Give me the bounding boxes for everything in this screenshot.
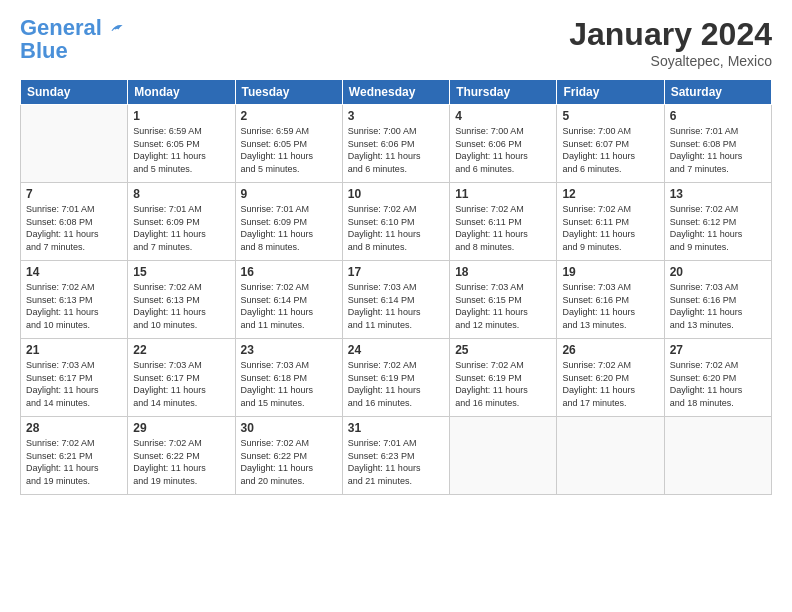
- day-number: 2: [241, 109, 337, 123]
- header-wednesday: Wednesday: [342, 80, 449, 105]
- day-number: 23: [241, 343, 337, 357]
- weekday-header-row: Sunday Monday Tuesday Wednesday Thursday…: [21, 80, 772, 105]
- day-info: Sunrise: 7:03 AM Sunset: 6:16 PM Dayligh…: [670, 281, 766, 331]
- day-info: Sunrise: 7:03 AM Sunset: 6:17 PM Dayligh…: [133, 359, 229, 409]
- day-number: 18: [455, 265, 551, 279]
- day-info: Sunrise: 7:00 AM Sunset: 6:06 PM Dayligh…: [348, 125, 444, 175]
- day-number: 1: [133, 109, 229, 123]
- day-info: Sunrise: 7:03 AM Sunset: 6:15 PM Dayligh…: [455, 281, 551, 331]
- day-info: Sunrise: 7:02 AM Sunset: 6:19 PM Dayligh…: [348, 359, 444, 409]
- day-info: Sunrise: 7:03 AM Sunset: 6:17 PM Dayligh…: [26, 359, 122, 409]
- logo: General Blue: [20, 16, 124, 62]
- day-number: 14: [26, 265, 122, 279]
- table-cell: 12Sunrise: 7:02 AM Sunset: 6:11 PM Dayli…: [557, 183, 664, 261]
- day-info: Sunrise: 7:01 AM Sunset: 6:09 PM Dayligh…: [241, 203, 337, 253]
- day-info: Sunrise: 7:00 AM Sunset: 6:07 PM Dayligh…: [562, 125, 658, 175]
- day-number: 3: [348, 109, 444, 123]
- table-cell: 1Sunrise: 6:59 AM Sunset: 6:05 PM Daylig…: [128, 105, 235, 183]
- table-cell: 31Sunrise: 7:01 AM Sunset: 6:23 PM Dayli…: [342, 417, 449, 495]
- day-number: 5: [562, 109, 658, 123]
- day-number: 25: [455, 343, 551, 357]
- day-number: 11: [455, 187, 551, 201]
- day-info: Sunrise: 7:02 AM Sunset: 6:14 PM Dayligh…: [241, 281, 337, 331]
- week-row-5: 28Sunrise: 7:02 AM Sunset: 6:21 PM Dayli…: [21, 417, 772, 495]
- day-number: 19: [562, 265, 658, 279]
- day-info: Sunrise: 7:02 AM Sunset: 6:11 PM Dayligh…: [562, 203, 658, 253]
- header-tuesday: Tuesday: [235, 80, 342, 105]
- day-number: 21: [26, 343, 122, 357]
- table-cell: 13Sunrise: 7:02 AM Sunset: 6:12 PM Dayli…: [664, 183, 771, 261]
- header-thursday: Thursday: [450, 80, 557, 105]
- header: General Blue January 2024 Soyaltepec, Me…: [20, 16, 772, 69]
- month-title: January 2024: [569, 16, 772, 53]
- day-number: 15: [133, 265, 229, 279]
- day-info: Sunrise: 7:02 AM Sunset: 6:22 PM Dayligh…: [241, 437, 337, 487]
- day-number: 20: [670, 265, 766, 279]
- table-cell: 15Sunrise: 7:02 AM Sunset: 6:13 PM Dayli…: [128, 261, 235, 339]
- table-cell: 29Sunrise: 7:02 AM Sunset: 6:22 PM Dayli…: [128, 417, 235, 495]
- header-friday: Friday: [557, 80, 664, 105]
- table-cell: 22Sunrise: 7:03 AM Sunset: 6:17 PM Dayli…: [128, 339, 235, 417]
- table-cell: 11Sunrise: 7:02 AM Sunset: 6:11 PM Dayli…: [450, 183, 557, 261]
- day-info: Sunrise: 7:01 AM Sunset: 6:08 PM Dayligh…: [670, 125, 766, 175]
- table-cell: [450, 417, 557, 495]
- day-number: 6: [670, 109, 766, 123]
- day-info: Sunrise: 7:03 AM Sunset: 6:16 PM Dayligh…: [562, 281, 658, 331]
- day-info: Sunrise: 7:03 AM Sunset: 6:18 PM Dayligh…: [241, 359, 337, 409]
- day-number: 30: [241, 421, 337, 435]
- table-cell: 27Sunrise: 7:02 AM Sunset: 6:20 PM Dayli…: [664, 339, 771, 417]
- table-cell: 28Sunrise: 7:02 AM Sunset: 6:21 PM Dayli…: [21, 417, 128, 495]
- header-sunday: Sunday: [21, 80, 128, 105]
- day-number: 29: [133, 421, 229, 435]
- logo-general: General: [20, 15, 102, 40]
- title-block: January 2024 Soyaltepec, Mexico: [569, 16, 772, 69]
- day-number: 4: [455, 109, 551, 123]
- day-number: 26: [562, 343, 658, 357]
- day-info: Sunrise: 6:59 AM Sunset: 6:05 PM Dayligh…: [133, 125, 229, 175]
- table-cell: 7Sunrise: 7:01 AM Sunset: 6:08 PM Daylig…: [21, 183, 128, 261]
- day-number: 31: [348, 421, 444, 435]
- table-cell: 19Sunrise: 7:03 AM Sunset: 6:16 PM Dayli…: [557, 261, 664, 339]
- day-info: Sunrise: 7:02 AM Sunset: 6:22 PM Dayligh…: [133, 437, 229, 487]
- table-cell: 18Sunrise: 7:03 AM Sunset: 6:15 PM Dayli…: [450, 261, 557, 339]
- table-cell: 17Sunrise: 7:03 AM Sunset: 6:14 PM Dayli…: [342, 261, 449, 339]
- table-cell: 2Sunrise: 6:59 AM Sunset: 6:05 PM Daylig…: [235, 105, 342, 183]
- day-info: Sunrise: 7:00 AM Sunset: 6:06 PM Dayligh…: [455, 125, 551, 175]
- week-row-2: 7Sunrise: 7:01 AM Sunset: 6:08 PM Daylig…: [21, 183, 772, 261]
- table-cell: [557, 417, 664, 495]
- table-cell: 30Sunrise: 7:02 AM Sunset: 6:22 PM Dayli…: [235, 417, 342, 495]
- table-cell: 21Sunrise: 7:03 AM Sunset: 6:17 PM Dayli…: [21, 339, 128, 417]
- table-cell: 25Sunrise: 7:02 AM Sunset: 6:19 PM Dayli…: [450, 339, 557, 417]
- week-row-4: 21Sunrise: 7:03 AM Sunset: 6:17 PM Dayli…: [21, 339, 772, 417]
- week-row-1: 1Sunrise: 6:59 AM Sunset: 6:05 PM Daylig…: [21, 105, 772, 183]
- day-info: Sunrise: 7:03 AM Sunset: 6:14 PM Dayligh…: [348, 281, 444, 331]
- day-number: 12: [562, 187, 658, 201]
- day-info: Sunrise: 7:01 AM Sunset: 6:09 PM Dayligh…: [133, 203, 229, 253]
- day-info: Sunrise: 7:02 AM Sunset: 6:12 PM Dayligh…: [670, 203, 766, 253]
- day-info: Sunrise: 7:02 AM Sunset: 6:11 PM Dayligh…: [455, 203, 551, 253]
- day-info: Sunrise: 6:59 AM Sunset: 6:05 PM Dayligh…: [241, 125, 337, 175]
- logo-bird-icon: [110, 21, 124, 35]
- day-info: Sunrise: 7:02 AM Sunset: 6:10 PM Dayligh…: [348, 203, 444, 253]
- day-number: 16: [241, 265, 337, 279]
- day-number: 10: [348, 187, 444, 201]
- header-monday: Monday: [128, 80, 235, 105]
- day-number: 27: [670, 343, 766, 357]
- day-number: 13: [670, 187, 766, 201]
- table-cell: [664, 417, 771, 495]
- table-cell: 20Sunrise: 7:03 AM Sunset: 6:16 PM Dayli…: [664, 261, 771, 339]
- day-number: 8: [133, 187, 229, 201]
- table-cell: 14Sunrise: 7:02 AM Sunset: 6:13 PM Dayli…: [21, 261, 128, 339]
- table-cell: 10Sunrise: 7:02 AM Sunset: 6:10 PM Dayli…: [342, 183, 449, 261]
- table-cell: 23Sunrise: 7:03 AM Sunset: 6:18 PM Dayli…: [235, 339, 342, 417]
- day-info: Sunrise: 7:01 AM Sunset: 6:08 PM Dayligh…: [26, 203, 122, 253]
- table-cell: 16Sunrise: 7:02 AM Sunset: 6:14 PM Dayli…: [235, 261, 342, 339]
- header-saturday: Saturday: [664, 80, 771, 105]
- table-cell: 9Sunrise: 7:01 AM Sunset: 6:09 PM Daylig…: [235, 183, 342, 261]
- table-cell: 26Sunrise: 7:02 AM Sunset: 6:20 PM Dayli…: [557, 339, 664, 417]
- table-cell: 8Sunrise: 7:01 AM Sunset: 6:09 PM Daylig…: [128, 183, 235, 261]
- day-info: Sunrise: 7:02 AM Sunset: 6:20 PM Dayligh…: [562, 359, 658, 409]
- day-number: 7: [26, 187, 122, 201]
- day-info: Sunrise: 7:02 AM Sunset: 6:20 PM Dayligh…: [670, 359, 766, 409]
- calendar-table: Sunday Monday Tuesday Wednesday Thursday…: [20, 79, 772, 495]
